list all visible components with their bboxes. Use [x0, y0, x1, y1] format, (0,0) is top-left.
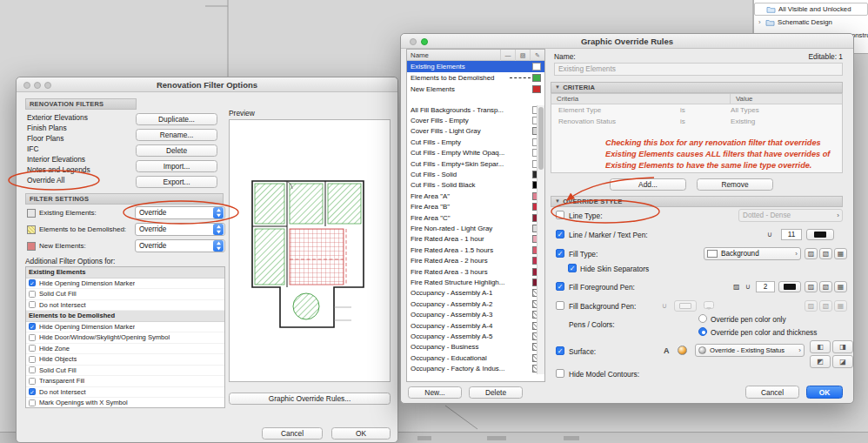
option-checkbox[interactable]: ✓ [29, 279, 36, 286]
filter-option-row[interactable]: Transparent Fill [26, 376, 224, 387]
renovation-filter-item[interactable]: IFC [25, 144, 137, 154]
override-rule-item[interactable]: Occupancy - Factory & Indus... [407, 363, 544, 373]
filter-option-row[interactable]: Do not Intersect [26, 300, 224, 312]
collapse-triangle-icon[interactable]: ▼ [555, 197, 560, 206]
surface-cut-alt-button[interactable]: ◩ [810, 355, 831, 368]
option-checkbox[interactable] [29, 399, 36, 406]
renovation-filter-item[interactable]: Finish Plans [25, 123, 137, 133]
nav-tree-item[interactable]: ›Schematic Design [754, 16, 868, 29]
line-type-checkbox[interactable] [556, 211, 564, 219]
override-rule-item[interactable]: Cut Fills - Empty [407, 137, 544, 147]
option-checkbox[interactable] [29, 334, 36, 341]
hide-skin-separators-checkbox[interactable]: ✓ [568, 264, 577, 272]
filter-action-button[interactable]: Export... [136, 176, 217, 188]
override-rule-item[interactable]: New Elements [407, 84, 544, 95]
name-column-header[interactable]: Name [411, 51, 500, 59]
collapse-triangle-icon[interactable]: ▼ [555, 83, 560, 92]
surface-paint-icon[interactable]: A [664, 346, 670, 355]
override-rule-item[interactable]: Fire Rated Structure Highligh... [407, 277, 544, 287]
dialog-titlebar[interactable]: Graphic Override Rules [401, 34, 853, 49]
filter-option-row[interactable]: ✓Do not Intersect [26, 387, 224, 399]
option-checkbox[interactable] [29, 378, 36, 385]
ok-button[interactable]: OK [806, 386, 843, 399]
option-checkbox[interactable] [29, 291, 36, 298]
criteria-section-header[interactable]: ▼CRITERIA [551, 82, 843, 93]
override-rule-item[interactable]: Occupancy - Educational [407, 352, 544, 363]
option-checkbox[interactable]: ✓ [29, 388, 36, 395]
option-checkbox[interactable] [29, 366, 36, 373]
criteria-row[interactable]: Renovation StatusisExisting [551, 116, 842, 127]
override-rule-item[interactable]: Fire Non-rated - Light Gray [407, 223, 544, 233]
ok-button[interactable]: OK [331, 427, 391, 440]
override-rule-item[interactable]: Existing Elements [407, 61, 544, 72]
override-style-section-header[interactable]: ▼OVERRIDE STYLE [551, 196, 843, 207]
override-rule-item[interactable]: Fire Rated Area - 1 hour [407, 234, 544, 245]
line-pen-checkbox[interactable]: ✓ [556, 230, 564, 238]
override-popup[interactable]: Override [135, 223, 225, 236]
option-checkbox[interactable]: ✓ [29, 323, 36, 330]
override-rule-item[interactable]: Cut Fills - Empty White Opaq... [407, 148, 544, 158]
filter-option-row[interactable]: Solid Cut Fill [26, 366, 224, 377]
scrollbar-thumb[interactable] [538, 107, 544, 170]
surface-cut-button[interactable]: ◧ [810, 340, 831, 353]
pen-color-only-radio[interactable] [698, 314, 707, 323]
criteria-row[interactable]: Element TypeisAll Types [551, 104, 842, 116]
surface-uncut-alt-button[interactable]: ◪ [832, 355, 853, 368]
override-rule-item[interactable]: Cut Fills - Solid Black [407, 180, 544, 191]
override-rule-item[interactable]: Fire Rated Area - 1.5 hours [407, 245, 544, 255]
option-checkbox[interactable] [29, 345, 36, 352]
override-popup[interactable]: Override [135, 239, 225, 252]
surface-uncut-button[interactable]: ◨ [832, 340, 853, 353]
override-rule-item[interactable]: Fire Rated Area - 3 hours [407, 266, 544, 277]
override-rule-item[interactable]: Occupancy - Assembly A-1 [407, 288, 544, 299]
surface-checkbox[interactable]: ✓ [556, 346, 564, 355]
override-rule-item[interactable]: Fire Area "A" [407, 191, 544, 201]
graphic-override-rules-button[interactable]: Graphic Override Rules... [229, 393, 391, 405]
fill-category-cut-button[interactable]: ▨ [805, 248, 818, 259]
override-rule-item[interactable]: Occupancy - Assembly A-4 [407, 320, 544, 331]
material-sphere-icon[interactable] [678, 346, 687, 355]
fill-background-pen-checkbox[interactable] [556, 301, 564, 310]
filter-option-row[interactable]: Hide Objects [26, 354, 224, 366]
override-rule-item[interactable]: Cut Fills - Solid [407, 169, 544, 179]
fill-foreground-pen-checkbox[interactable]: ✓ [556, 282, 564, 291]
apply-to-cover-fill-button[interactable]: ▧ [819, 281, 832, 292]
override-rule-item[interactable]: Fire Rated Area - 2 hours [407, 255, 544, 265]
rule-name-field[interactable]: Existing Elements [554, 63, 843, 76]
renovation-filter-item[interactable]: Override All [25, 175, 137, 185]
pen-color-thickness-radio[interactable] [698, 327, 707, 336]
override-rule-item[interactable]: Cut Fills - Empty+Skin Separ... [407, 158, 544, 169]
rules-list-header[interactable]: Name —▨✎ [407, 50, 544, 61]
filter-action-button[interactable]: Rename... [136, 129, 217, 141]
override-rule-item[interactable]: Cover Fills - Empty [407, 115, 544, 125]
apply-to-drafting-fill-button[interactable]: ▦ [834, 281, 847, 292]
filter-option-row[interactable]: ✓Hide Opening Dimension Marker [26, 322, 224, 333]
cancel-button[interactable]: Cancel [745, 386, 799, 399]
fill-category-cover-button[interactable]: ▧ [819, 248, 832, 259]
filter-action-button[interactable]: Delete [136, 144, 217, 157]
override-rule-item[interactable]: All Fill Backgrounds - Transp... [407, 104, 544, 115]
override-rule-item[interactable]: Occupancy - Assembly A-2 [407, 299, 544, 309]
add-criteria-button[interactable]: Add... [610, 178, 686, 191]
option-checkbox[interactable] [29, 356, 36, 363]
fill-type-popup[interactable]: Background › [704, 247, 801, 260]
filter-option-row[interactable]: Solid Cut Fill [26, 289, 224, 300]
dialog-titlebar[interactable]: Renovation Filter Options [17, 77, 397, 92]
expander-icon[interactable]: › [758, 18, 765, 26]
renovation-filter-item[interactable]: Interior Elevations [25, 154, 137, 164]
renovation-filter-item[interactable]: Floor Plans [25, 133, 137, 144]
override-rule-item[interactable]: Cover Fills - Light Gray [407, 126, 544, 137]
override-rule-item[interactable]: Fire Area "B" [407, 202, 544, 212]
filter-option-row[interactable]: Mark Openings with X Symbol [26, 398, 224, 408]
renovation-filter-item[interactable]: Exterior Elevations [25, 112, 137, 123]
fill-foreground-pen-value-field[interactable]: 2 [756, 281, 775, 292]
surface-popup[interactable]: Override - Existing Status › [695, 344, 805, 357]
filter-option-row[interactable]: Hide Door/Window/Skylight/Opening Symbol [26, 332, 224, 344]
fill-foreground-color-button[interactable] [778, 281, 801, 292]
hide-model-contours-checkbox[interactable] [556, 369, 564, 378]
override-rule-item[interactable]: Occupancy - Assembly A-3 [407, 309, 544, 319]
filter-option-row[interactable]: Hide Zone [26, 344, 224, 355]
fill-type-checkbox[interactable]: ✓ [556, 249, 564, 258]
option-checkbox[interactable] [29, 301, 36, 308]
line-pen-value-field[interactable]: 11 [781, 229, 802, 240]
